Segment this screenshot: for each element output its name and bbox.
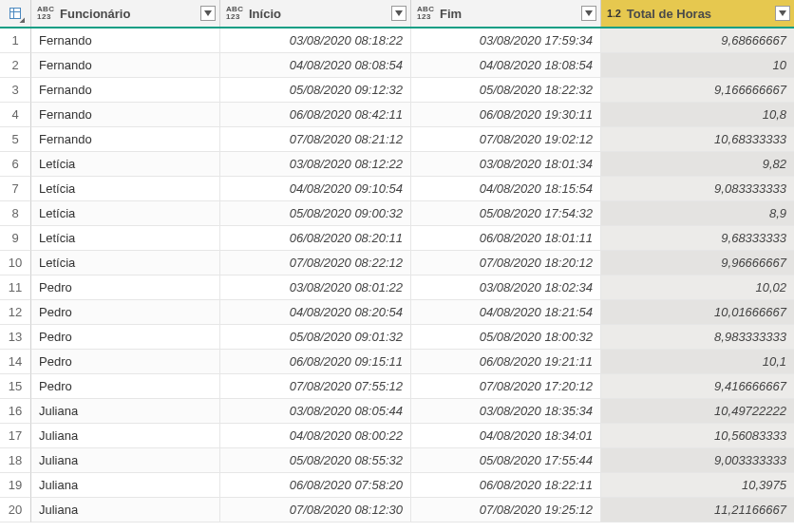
cell-total[interactable]: 9,416666667	[601, 374, 794, 399]
column-filter-button[interactable]	[775, 6, 790, 21]
table-row[interactable]: 5Fernando07/08/2020 08:21:1207/08/2020 1…	[0, 127, 794, 152]
cell-inicio[interactable]: 04/08/2020 08:08:54	[220, 53, 411, 78]
cell-fim[interactable]: 05/08/2020 18:00:32	[411, 325, 601, 350]
table-row[interactable]: 2Fernando04/08/2020 08:08:5404/08/2020 1…	[0, 53, 794, 78]
table-row[interactable]: 17Juliana04/08/2020 08:00:2204/08/2020 1…	[0, 424, 794, 448]
table-row[interactable]: 1Fernando03/08/2020 08:18:2203/08/2020 1…	[0, 28, 794, 53]
row-number[interactable]: 4	[0, 103, 31, 127]
cell-inicio[interactable]: 03/08/2020 08:18:22	[220, 28, 411, 53]
cell-inicio[interactable]: 04/08/2020 09:10:54	[220, 177, 411, 201]
cell-total[interactable]: 10,49722222	[601, 399, 794, 424]
cell-fim[interactable]: 06/08/2020 19:30:11	[411, 103, 601, 127]
row-number[interactable]: 13	[0, 325, 31, 350]
table-row[interactable]: 8Letícia05/08/2020 09:00:3205/08/2020 17…	[0, 201, 794, 226]
cell-total[interactable]: 10,56083333	[601, 424, 794, 448]
table-row[interactable]: 3Fernando05/08/2020 09:12:3205/08/2020 1…	[0, 78, 794, 103]
cell-funcionario[interactable]: Fernando	[31, 28, 220, 53]
column-header-fim[interactable]: ABC123 Fim	[411, 0, 601, 27]
column-header-funcionario[interactable]: ABC123 Funcionário	[31, 0, 220, 27]
column-header-total[interactable]: 1.2 Total de Horas	[601, 0, 794, 27]
cell-fim[interactable]: 03/08/2020 18:02:34	[411, 276, 601, 300]
cell-funcionario[interactable]: Fernando	[31, 78, 220, 103]
cell-funcionario[interactable]: Pedro	[31, 325, 220, 350]
cell-fim[interactable]: 05/08/2020 17:54:32	[411, 201, 601, 226]
row-number[interactable]: 16	[0, 399, 31, 424]
cell-fim[interactable]: 05/08/2020 17:55:44	[411, 448, 601, 473]
cell-funcionario[interactable]: Juliana	[31, 473, 220, 498]
table-row[interactable]: 12Pedro04/08/2020 08:20:5404/08/2020 18:…	[0, 300, 794, 325]
cell-fim[interactable]: 03/08/2020 18:01:34	[411, 152, 601, 177]
cell-total[interactable]: 11,21166667	[601, 498, 794, 522]
table-row[interactable]: 15Pedro07/08/2020 07:55:1207/08/2020 17:…	[0, 374, 794, 399]
row-number[interactable]: 9	[0, 226, 31, 251]
cell-funcionario[interactable]: Pedro	[31, 276, 220, 300]
row-number[interactable]: 7	[0, 177, 31, 201]
cell-fim[interactable]: 07/08/2020 18:20:12	[411, 251, 601, 276]
row-number[interactable]: 11	[0, 276, 31, 300]
cell-inicio[interactable]: 05/08/2020 09:12:32	[220, 78, 411, 103]
cell-funcionario[interactable]: Juliana	[31, 424, 220, 448]
cell-funcionario[interactable]: Letícia	[31, 152, 220, 177]
cell-funcionario[interactable]: Letícia	[31, 201, 220, 226]
cell-funcionario[interactable]: Juliana	[31, 399, 220, 424]
table-row[interactable]: 20Juliana07/08/2020 08:12:3007/08/2020 1…	[0, 498, 794, 522]
cell-funcionario[interactable]: Fernando	[31, 103, 220, 127]
cell-fim[interactable]: 03/08/2020 17:59:34	[411, 28, 601, 53]
cell-total[interactable]: 8,983333333	[601, 325, 794, 350]
cell-total[interactable]: 10	[601, 53, 794, 78]
row-number[interactable]: 15	[0, 374, 31, 399]
cell-fim[interactable]: 04/08/2020 18:15:54	[411, 177, 601, 201]
cell-inicio[interactable]: 05/08/2020 09:01:32	[220, 325, 411, 350]
cell-funcionario[interactable]: Fernando	[31, 127, 220, 152]
cell-inicio[interactable]: 06/08/2020 09:15:11	[220, 350, 411, 374]
cell-fim[interactable]: 07/08/2020 19:02:12	[411, 127, 601, 152]
cell-funcionario[interactable]: Letícia	[31, 251, 220, 276]
table-row[interactable]: 19Juliana06/08/2020 07:58:2006/08/2020 1…	[0, 473, 794, 498]
cell-inicio[interactable]: 05/08/2020 09:00:32	[220, 201, 411, 226]
row-number[interactable]: 10	[0, 251, 31, 276]
cell-fim[interactable]: 06/08/2020 19:21:11	[411, 350, 601, 374]
cell-inicio[interactable]: 05/08/2020 08:55:32	[220, 448, 411, 473]
table-row[interactable]: 7Letícia04/08/2020 09:10:5404/08/2020 18…	[0, 177, 794, 201]
cell-fim[interactable]: 03/08/2020 18:35:34	[411, 399, 601, 424]
row-number[interactable]: 3	[0, 78, 31, 103]
cell-inicio[interactable]: 07/08/2020 07:55:12	[220, 374, 411, 399]
cell-fim[interactable]: 06/08/2020 18:01:11	[411, 226, 601, 251]
cell-fim[interactable]: 04/08/2020 18:34:01	[411, 424, 601, 448]
cell-total[interactable]: 9,68666667	[601, 28, 794, 53]
cell-total[interactable]: 9,003333333	[601, 448, 794, 473]
row-number[interactable]: 5	[0, 127, 31, 152]
table-row[interactable]: 4Fernando06/08/2020 08:42:1106/08/2020 1…	[0, 103, 794, 127]
cell-total[interactable]: 9,82	[601, 152, 794, 177]
cell-total[interactable]: 9,96666667	[601, 251, 794, 276]
table-row[interactable]: 10Letícia07/08/2020 08:22:1207/08/2020 1…	[0, 251, 794, 276]
cell-inicio[interactable]: 07/08/2020 08:22:12	[220, 251, 411, 276]
cell-total[interactable]: 10,8	[601, 103, 794, 127]
cell-funcionario[interactable]: Fernando	[31, 53, 220, 78]
row-number[interactable]: 12	[0, 300, 31, 325]
cell-fim[interactable]: 05/08/2020 18:22:32	[411, 78, 601, 103]
table-corner-button[interactable]	[0, 0, 31, 27]
cell-funcionario[interactable]: Pedro	[31, 300, 220, 325]
row-number[interactable]: 2	[0, 53, 31, 78]
column-header-inicio[interactable]: ABC123 Início	[220, 0, 411, 27]
cell-inicio[interactable]: 06/08/2020 08:42:11	[220, 103, 411, 127]
cell-inicio[interactable]: 03/08/2020 08:05:44	[220, 399, 411, 424]
cell-total[interactable]: 10,02	[601, 276, 794, 300]
cell-total[interactable]: 9,166666667	[601, 78, 794, 103]
cell-fim[interactable]: 04/08/2020 18:08:54	[411, 53, 601, 78]
cell-fim[interactable]: 06/08/2020 18:22:11	[411, 473, 601, 498]
cell-inicio[interactable]: 04/08/2020 08:00:22	[220, 424, 411, 448]
table-row[interactable]: 13Pedro05/08/2020 09:01:3205/08/2020 18:…	[0, 325, 794, 350]
row-number[interactable]: 6	[0, 152, 31, 177]
table-row[interactable]: 11Pedro03/08/2020 08:01:2203/08/2020 18:…	[0, 276, 794, 300]
table-row[interactable]: 18Juliana05/08/2020 08:55:3205/08/2020 1…	[0, 448, 794, 473]
cell-fim[interactable]: 07/08/2020 19:25:12	[411, 498, 601, 522]
cell-inicio[interactable]: 03/08/2020 08:01:22	[220, 276, 411, 300]
row-number[interactable]: 14	[0, 350, 31, 374]
row-number[interactable]: 8	[0, 201, 31, 226]
row-number[interactable]: 20	[0, 498, 31, 522]
cell-funcionario[interactable]: Pedro	[31, 374, 220, 399]
cell-inicio[interactable]: 06/08/2020 08:20:11	[220, 226, 411, 251]
cell-total[interactable]: 10,01666667	[601, 300, 794, 325]
